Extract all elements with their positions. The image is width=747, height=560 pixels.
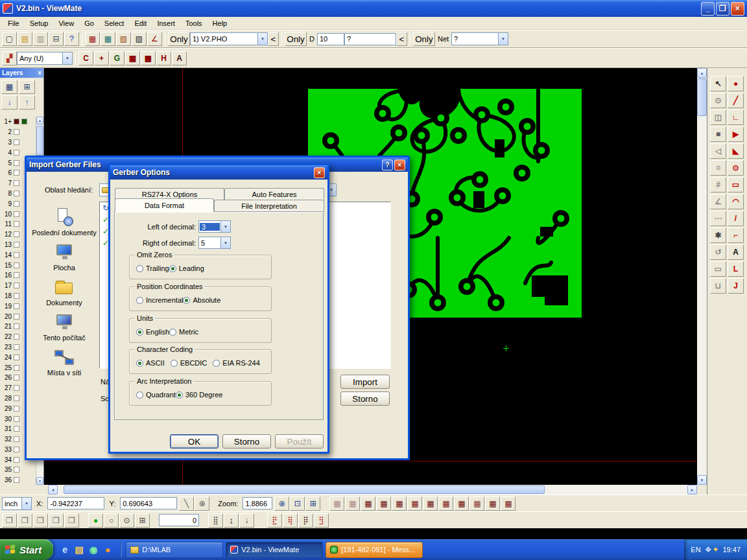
taskbar-item-messenger[interactable]: [191-482-091] - Mess...: [326, 542, 423, 558]
left-of-decimal-select[interactable]: 3 ▼: [198, 220, 231, 233]
pad-pattern-icon-6[interactable]: ▦: [407, 496, 422, 511]
zoom-in-icon[interactable]: ⊕: [274, 496, 289, 511]
layer-visibility-box[interactable]: [14, 426, 19, 432]
layer-prev-button[interactable]: <: [268, 32, 279, 46]
layer-visibility-box[interactable]: [14, 180, 19, 186]
radio-option[interactable]: EIA RS-244: [213, 359, 259, 367]
zoom-fit-icon[interactable]: ⊞: [305, 496, 320, 511]
pad-pattern-icon-11[interactable]: ▦: [485, 496, 500, 511]
tab-file-interpretation[interactable]: File Interpretation: [214, 200, 324, 211]
dcode-prev-button[interactable]: <: [396, 32, 407, 46]
scrollbar-thumb[interactable]: [697, 78, 707, 116]
layer-visibility-box[interactable]: [14, 191, 19, 196]
selection-mode-icon[interactable]: ▞: [2, 51, 17, 65]
taskbar-item-viewmate[interactable]: V2.bin - ViewMate: [226, 542, 323, 558]
anchor-point-icon[interactable]: ↨: [224, 513, 239, 528]
move-layer-down-icon[interactable]: ↓: [1, 95, 18, 110]
network-tray-icon[interactable]: ❖: [705, 545, 712, 554]
layer-visibility-box[interactable]: [14, 457, 19, 463]
traffic-light-icon[interactable]: ●: [88, 513, 103, 528]
select-filter-select[interactable]: Any (U) ▼: [17, 52, 73, 65]
draw-rect-icon[interactable]: ▭: [728, 177, 744, 192]
dcode-filter-input[interactable]: ?: [344, 33, 396, 45]
close-button[interactable]: ×: [731, 2, 744, 16]
tab-auto-features[interactable]: Auto Features: [224, 188, 324, 200]
dots-tool-icon[interactable]: ⋯: [710, 211, 726, 226]
print-icon[interactable]: ⊟: [49, 32, 64, 46]
layer-visibility-box[interactable]: [14, 272, 19, 278]
layer-visibility-box[interactable]: [14, 303, 19, 309]
radio-option[interactable]: Metric: [169, 328, 198, 336]
draw-line-icon[interactable]: ╱: [728, 93, 744, 108]
draw-notch-icon[interactable]: ⌐: [728, 228, 744, 243]
rotate-tool-icon[interactable]: ↺: [710, 244, 726, 260]
menu-item[interactable]: View: [53, 18, 79, 29]
radio-option[interactable]: EBCDIC: [171, 359, 208, 367]
firefox-icon[interactable]: ●: [101, 542, 114, 557]
draw-arc-icon[interactable]: ◠: [728, 194, 744, 209]
language-indicator[interactable]: EN: [691, 546, 700, 554]
draw-corner-icon[interactable]: ∟: [728, 110, 744, 125]
storno-button[interactable]: Storno: [222, 434, 271, 449]
draw-arrow-icon[interactable]: ▶: [728, 126, 744, 142]
layer-visibility-box[interactable]: [14, 129, 19, 135]
layer-table-icon-2[interactable]: ▦: [101, 32, 115, 46]
layer-visibility-box[interactable]: [14, 252, 19, 258]
layer-row[interactable]: 35: [0, 465, 36, 475]
place-network[interactable]: Místa v síti: [32, 347, 97, 377]
close-icon[interactable]: ×: [38, 69, 42, 76]
layer-table-icon-4[interactable]: ▨: [132, 32, 147, 46]
open-folder-icon[interactable]: ▤: [18, 32, 32, 46]
draw-triangle-icon[interactable]: ◣: [728, 143, 744, 159]
text-tool-icon[interactable]: A: [728, 244, 744, 260]
u-shape-icon[interactable]: ⊔: [710, 278, 726, 294]
right-of-decimal-select[interactable]: 5 ▼: [198, 237, 231, 249]
pad-pattern-icon-5[interactable]: ▦: [392, 496, 407, 511]
place-my-computer[interactable]: Tento počítač: [32, 312, 97, 342]
import-button[interactable]: Import: [340, 375, 390, 389]
zoom-window-icon[interactable]: ⊡: [290, 496, 305, 511]
layer-row[interactable]: 36: [0, 475, 36, 485]
layer-visibility-box[interactable]: [14, 395, 19, 401]
pad-pattern-icon-2[interactable]: ▦: [345, 496, 360, 511]
dot-grid-icon[interactable]: ⣿: [208, 513, 223, 528]
only-layer-toggle[interactable]: Only: [168, 32, 190, 46]
layer-visibility-box[interactable]: [14, 262, 19, 268]
pad-pattern-icon-8[interactable]: ▦: [438, 496, 453, 511]
split-view-icon[interactable]: ❐: [64, 513, 79, 528]
draw-slash-icon[interactable]: /: [728, 211, 744, 226]
help-select-icon[interactable]: ?: [64, 32, 79, 46]
pad-red-icon-2[interactable]: ⢿: [283, 513, 298, 528]
scroll-down-icon[interactable]: ▼: [697, 475, 707, 485]
taskbar-item-mlab[interactable]: D:\MLAB: [126, 542, 223, 558]
layer-visibility-box[interactable]: [14, 150, 19, 156]
menu-item[interactable]: Select: [99, 18, 130, 29]
layer-visibility-box[interactable]: [14, 365, 19, 371]
pad-red-icon-4[interactable]: ⣻: [314, 513, 329, 528]
layer-visibility-box[interactable]: [14, 385, 19, 391]
layer-visibility-box[interactable]: [14, 293, 19, 299]
layer-visibility-box[interactable]: [14, 242, 19, 248]
pad-pattern-icon-9[interactable]: ▦: [454, 496, 469, 511]
frame-tool-icon[interactable]: ▭: [710, 261, 726, 277]
layer-visibility-box[interactable]: [14, 119, 19, 124]
layer-stack-icon[interactable]: ≡: [710, 160, 726, 176]
highlight-count-field[interactable]: 0: [159, 514, 199, 526]
pad-pattern-icon-12[interactable]: ▦: [501, 496, 516, 511]
radio-option[interactable]: English: [136, 328, 169, 336]
pad-grid-icon[interactable]: ▦: [125, 51, 140, 65]
update-tray-icon[interactable]: ✦: [712, 545, 718, 554]
settings-tool-icon[interactable]: ✱: [710, 228, 726, 243]
pad-pattern-icon-3[interactable]: ▦: [361, 496, 375, 511]
circle-probe-icon[interactable]: ○: [104, 513, 119, 528]
copy-view-icon[interactable]: ❐: [33, 513, 48, 528]
cascade-windows-icon[interactable]: ❐: [2, 513, 17, 528]
menu-item[interactable]: File: [3, 18, 25, 29]
layer-row[interactable]: 3: [0, 137, 36, 148]
layer-table-icon-1[interactable]: ▦: [85, 32, 100, 46]
tile-windows-icon[interactable]: ❐: [18, 513, 32, 528]
pad-red-icon-3[interactable]: ⡿: [298, 513, 313, 528]
radio-option[interactable]: Trailing: [136, 264, 169, 272]
ok-button[interactable]: OK: [170, 434, 219, 449]
draw-circle-icon[interactable]: ⊙: [728, 160, 744, 176]
